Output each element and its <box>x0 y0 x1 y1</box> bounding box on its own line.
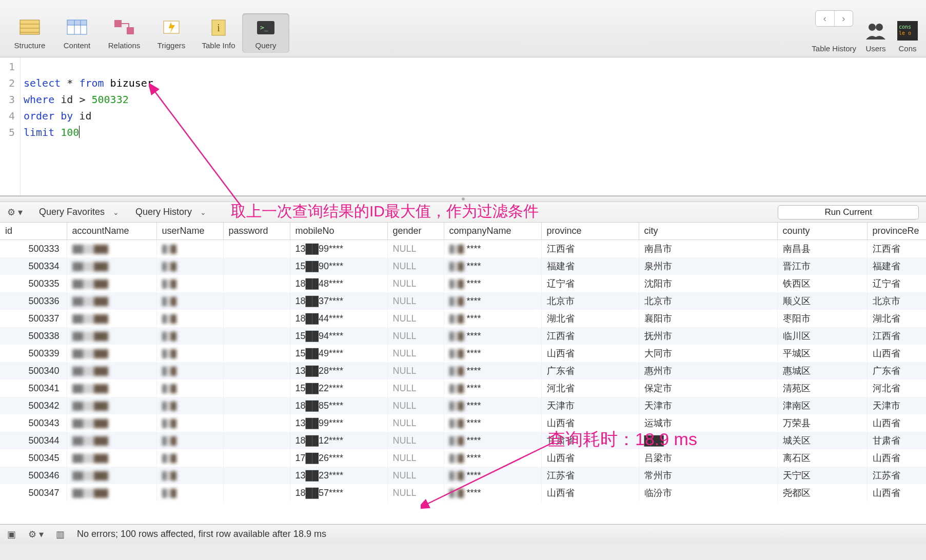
col-companyName[interactable]: companyName <box>444 223 541 240</box>
nav-back-icon[interactable]: ‹ <box>816 11 834 26</box>
table-row[interactable]: 50033415██90****NULL****福建省泉州市晋江市福建省 <box>0 257 926 275</box>
kw-where: where <box>24 93 54 106</box>
gear-icon[interactable]: ⚙︎ ▾ <box>7 207 23 218</box>
col-userName[interactable]: userName <box>156 223 223 240</box>
svg-text:i: i <box>217 22 220 33</box>
line-num: 2 <box>0 75 15 91</box>
table-row[interactable]: 50033915██49****NULL****山西省大同市平城区山西省 <box>0 345 926 362</box>
layout-icon[interactable]: ▥ <box>56 529 65 540</box>
status-bar: ▣ ⚙︎ ▾ ▥ No errors; 100 rows affected, f… <box>0 524 926 544</box>
gear-icon[interactable]: ⚙︎ ▾ <box>28 529 44 540</box>
triggers-icon <box>160 16 183 38</box>
line-num: 1 <box>0 58 15 75</box>
tab-label: Triggers <box>157 41 185 50</box>
structure-icon <box>18 16 42 38</box>
annotation-text-1: 取上一次查询结果的ID最大值，作为过滤条件 <box>231 201 539 222</box>
grip-icon <box>462 197 465 201</box>
sql-text: bizuser <box>104 77 153 89</box>
col-county[interactable]: county <box>777 223 867 240</box>
content-icon <box>65 16 89 38</box>
query-favorites-label: Query Favorites <box>39 207 105 217</box>
col-province[interactable]: province <box>541 223 639 240</box>
panel-icon[interactable]: ▣ <box>7 529 16 540</box>
console-label: Cons <box>898 44 916 53</box>
users-button[interactable]: Users <box>863 21 888 53</box>
annotation-text-2: 查询耗时：18.9 ms <box>548 428 697 451</box>
tab-relations[interactable]: Relations <box>101 13 148 53</box>
line-num: 5 <box>0 124 15 141</box>
chevron-down-icon: ⌄ <box>113 208 119 216</box>
sql-editor[interactable]: 1 2 3 4 5 select * from bizuserwhere id … <box>0 57 926 196</box>
tab-label: Relations <box>108 41 141 50</box>
svg-rect-8 <box>67 20 87 25</box>
status-text: No errors; 100 rows affected, first row … <box>77 529 326 539</box>
nav-forward-icon[interactable]: › <box>834 11 853 26</box>
main-toolbar: Structure Content Relations Triggers i T… <box>0 0 926 57</box>
col-gender[interactable]: gender <box>387 223 444 240</box>
table-history-button[interactable]: ‹ › Table History <box>812 10 856 53</box>
line-num: 4 <box>0 108 15 124</box>
svg-point-16 <box>869 24 876 31</box>
users-label: Users <box>865 44 885 53</box>
line-gutter: 1 2 3 4 5 <box>0 57 21 195</box>
col-provinceRe[interactable]: provinceRe <box>867 223 926 240</box>
results-pane: idaccountNameuserNamepasswordmobileNogen… <box>0 223 926 524</box>
table-row[interactable]: 50034218██85****NULL****天津市天津市津南区天津市 <box>0 397 926 414</box>
tab-label: Content <box>64 41 91 50</box>
col-accountName[interactable]: accountName <box>67 223 156 240</box>
svg-text:le o: le o <box>899 30 911 36</box>
tab-label: Structure <box>14 41 46 50</box>
table-row[interactable]: 50034115██22****NULL****河北省保定市清苑区河北省 <box>0 379 926 397</box>
code-area[interactable]: select * from bizuserwhere id > 500332or… <box>21 57 153 195</box>
console-button[interactable]: consle o Cons <box>895 21 920 53</box>
query-icon: >_ <box>254 16 278 38</box>
table-info-icon: i <box>207 16 230 38</box>
kw-orderby: order by <box>24 110 73 122</box>
col-id[interactable]: id <box>0 223 67 240</box>
line-num: 3 <box>0 91 15 108</box>
table-row[interactable]: 50034313██99****NULL****山西省运城市万荣县山西省 <box>0 414 926 432</box>
table-row[interactable]: 50034013██28****NULL****广东省惠州市惠城区广东省 <box>0 362 926 379</box>
tab-triggers[interactable]: Triggers <box>148 13 195 53</box>
run-current-button[interactable]: Run Current <box>778 205 919 219</box>
svg-line-21 <box>154 90 241 206</box>
table-row[interactable]: 50033313██99****NULL****江西省南昌市南昌县江西省 <box>0 240 926 258</box>
kw-limit: limit <box>24 126 54 138</box>
tab-content[interactable]: Content <box>53 13 101 53</box>
header-row: idaccountNameuserNamepasswordmobileNogen… <box>0 223 926 240</box>
tab-structure[interactable]: Structure <box>6 13 53 53</box>
users-icon <box>863 21 888 41</box>
table-row[interactable]: 50033618██37****NULL****北京市北京市顺义区北京市 <box>0 292 926 310</box>
table-row[interactable]: 50033718██44****NULL****湖北省襄阳市枣阳市湖北省 <box>0 310 926 327</box>
col-mobileNo[interactable]: mobileNo <box>290 223 387 240</box>
svg-rect-9 <box>114 20 122 27</box>
sql-text: id > <box>54 93 91 106</box>
sql-text: id <box>73 110 91 122</box>
tab-group: Structure Content Relations Triggers i T… <box>6 13 289 53</box>
console-icon: consle o <box>895 21 920 41</box>
table-history-label: Table History <box>812 44 856 53</box>
text-cursor <box>79 126 80 138</box>
relations-icon <box>112 16 136 38</box>
tab-label: Query <box>255 41 277 50</box>
col-password[interactable]: password <box>223 223 290 240</box>
query-favorites-dropdown[interactable]: Query Favorites ⌄ <box>39 207 119 217</box>
tab-query[interactable]: >_ Query <box>242 13 289 53</box>
svg-text:>_: >_ <box>260 24 268 31</box>
table-row[interactable]: 50033518██48****NULL****辽宁省沈阳市铁西区辽宁省 <box>0 275 926 292</box>
kw-select: select <box>24 77 61 89</box>
annotation-arrow-2 <box>421 438 564 510</box>
tab-table-info[interactable]: i Table Info <box>195 13 242 53</box>
tab-label: Table Info <box>202 41 235 50</box>
svg-point-17 <box>876 24 883 31</box>
annotation-arrow-1 <box>149 83 251 216</box>
table-row[interactable]: 50033815██94****NULL****江西省抚州市临川区江西省 <box>0 327 926 345</box>
col-city[interactable]: city <box>639 223 777 240</box>
sql-number: 100 <box>54 126 79 138</box>
nav-arrows: ‹ › <box>815 10 853 27</box>
sql-number: 500332 <box>91 93 128 106</box>
sql-text: * <box>61 77 79 89</box>
kw-from: from <box>79 77 104 89</box>
svg-rect-10 <box>127 27 134 34</box>
svg-text:cons: cons <box>899 24 911 30</box>
